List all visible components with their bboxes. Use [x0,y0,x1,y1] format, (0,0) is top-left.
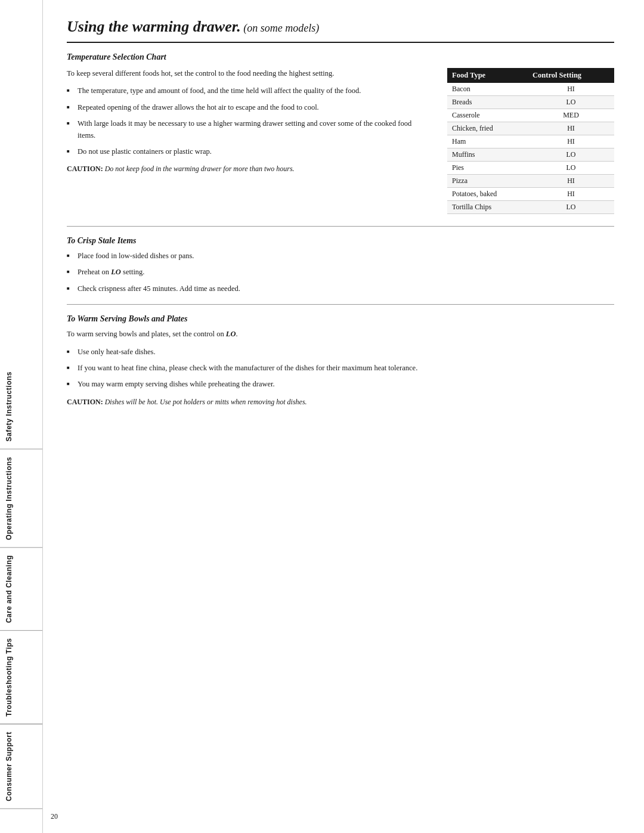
control-setting-cell: LO [528,201,614,214]
control-setting-cell: HI [528,135,614,148]
food-name-cell: Pies [447,162,528,175]
table-row: PizzaHI [447,175,614,188]
control-setting-cell: HI [528,175,614,188]
warm-section: To Warm Serving Bowls and Plates To warm… [67,314,614,407]
control-setting-cell: LO [528,162,614,175]
warm-intro-text: To warm serving bowls and plates, set th… [67,329,614,340]
sidebar-item-troubleshooting[interactable]: Troubleshooting Tips [0,631,42,724]
sidebar-item-care[interactable]: Care and Cleaning [0,548,42,631]
sidebar-item-safety[interactable]: Safety Instructions [0,364,42,450]
sidebar-item-consumer[interactable]: Consumer Support [0,724,42,809]
list-item: Preheat on LO setting. [67,267,614,278]
list-item: Check crispness after 45 minutes. Add ti… [67,283,614,295]
table-header-control: Control Setting [528,68,614,83]
control-setting-cell: MED [528,109,614,122]
temp-bullet-list: The temperature, type and amount of food… [67,85,429,157]
crisp-section-title: To Crisp Stale Items [67,236,614,246]
food-type-table: Food Type Control Setting BaconHIBreadsL… [447,68,614,214]
page-number: 20 [51,812,58,821]
list-item: The temperature, type and amount of food… [67,85,429,97]
food-name-cell: Bacon [447,83,528,96]
list-item: You may warm empty serving dishes while … [67,379,614,390]
table-row: HamHI [447,135,614,148]
warm-section-title: To Warm Serving Bowls and Plates [67,314,614,324]
sidebar: Safety Instructions Operating Instructio… [0,0,43,833]
temperature-section: Temperature Selection Chart To keep seve… [67,52,614,214]
list-item: Repeated opening of the drawer allows th… [67,102,429,113]
control-setting-cell: HI [528,122,614,135]
control-setting-cell: LO [528,96,614,109]
table-row: MuffinsLO [447,148,614,162]
food-name-cell: Potatoes, baked [447,188,528,201]
divider-2 [67,304,614,305]
page-title: Using the warming drawer. (on some model… [67,18,614,43]
temp-chart-title: Temperature Selection Chart [67,52,614,62]
table-row: BaconHI [447,83,614,96]
warm-bullet-list: Use only heat-safe dishes. If you want t… [67,346,614,391]
food-name-cell: Muffins [447,148,528,162]
table-row: Chicken, friedHI [447,122,614,135]
table-row: BreadsLO [447,96,614,109]
list-item: Use only heat-safe dishes. [67,346,614,358]
temp-caution: CAUTION: Do not keep food in the warming… [67,163,429,174]
table-row: Tortilla ChipsLO [447,201,614,214]
sidebar-item-operating[interactable]: Operating Instructions [0,450,42,548]
food-name-cell: Chicken, fried [447,122,528,135]
list-item: Do not use plastic containers or plastic… [67,146,429,157]
food-name-cell: Tortilla Chips [447,201,528,214]
list-item: Place food in low-sided dishes or pans. [67,250,614,262]
control-setting-cell: HI [528,83,614,96]
temp-intro-text: To keep several different foods hot, set… [67,68,429,79]
crisp-section: To Crisp Stale Items Place food in low-s… [67,236,614,295]
warm-caution: CAUTION: Dishes will be hot. Use pot hol… [67,397,614,407]
main-content: Using the warming drawer. (on some model… [43,0,644,833]
food-name-cell: Breads [447,96,528,109]
food-name-cell: Ham [447,135,528,148]
temp-right-column: Food Type Control Setting BaconHIBreadsL… [447,68,614,214]
temp-left-column: To keep several different foods hot, set… [67,68,429,214]
list-item: If you want to heat fine china, please c… [67,363,614,374]
list-item: With large loads it may be necessary to … [67,118,429,141]
table-row: PiesLO [447,162,614,175]
table-row: Potatoes, bakedHI [447,188,614,201]
table-row: CasseroleMED [447,109,614,122]
control-setting-cell: HI [528,188,614,201]
divider-1 [67,226,614,227]
table-header-food: Food Type [447,68,528,83]
food-name-cell: Casserole [447,109,528,122]
food-name-cell: Pizza [447,175,528,188]
crisp-bullet-list: Place food in low-sided dishes or pans. … [67,250,614,295]
control-setting-cell: LO [528,148,614,162]
